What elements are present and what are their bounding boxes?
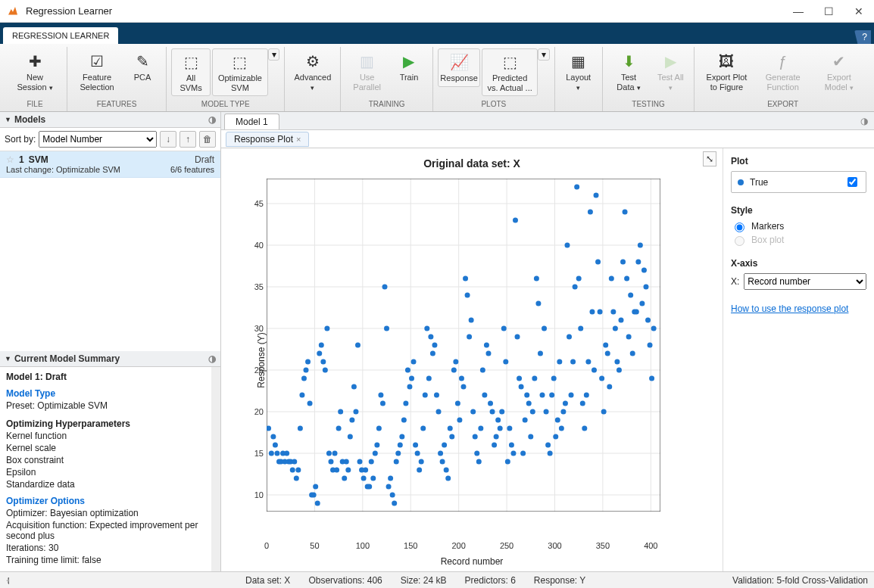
svg-point-178 bbox=[574, 185, 579, 190]
tab-gear-icon[interactable]: ◑ bbox=[860, 116, 868, 126]
svg-point-151 bbox=[523, 418, 528, 423]
svg-point-206 bbox=[628, 293, 633, 298]
layout-button[interactable]: ▦ Layout▾ bbox=[560, 48, 598, 95]
sort-select[interactable]: Model Number bbox=[39, 131, 157, 148]
download-icon: ⬇ bbox=[619, 51, 638, 71]
svg-point-163 bbox=[545, 443, 551, 448]
group-label bbox=[312, 98, 314, 111]
advanced-button[interactable]: ⚙ Advanced▾ bbox=[289, 48, 336, 95]
test-data-button[interactable]: ⬇ Test Data ▾ bbox=[607, 48, 651, 95]
panel-gear-icon[interactable]: ◑ bbox=[208, 353, 216, 364]
y-tick: 20 bbox=[254, 407, 264, 416]
svg-point-19 bbox=[269, 451, 274, 456]
svg-point-83 bbox=[392, 501, 397, 506]
model-number: 1 bbox=[19, 154, 24, 165]
layout-icon: ▦ bbox=[569, 51, 588, 71]
group-label: EXPORT bbox=[767, 98, 798, 111]
svg-point-60 bbox=[348, 434, 353, 440]
param-line: Box constraint bbox=[6, 455, 205, 465]
star-icon[interactable]: ☆ bbox=[6, 154, 14, 165]
x-label: X: bbox=[731, 276, 739, 287]
svg-point-133 bbox=[488, 401, 493, 406]
all-svms-button[interactable]: ⬚ All SVMs bbox=[171, 48, 211, 96]
svg-point-100 bbox=[424, 326, 429, 331]
close-button[interactable]: ✕ bbox=[844, 0, 874, 23]
svg-point-189 bbox=[595, 260, 601, 265]
svg-point-45 bbox=[319, 343, 324, 348]
status-dataset: Data set: X bbox=[245, 575, 290, 586]
svg-point-55 bbox=[338, 409, 343, 415]
tab-regression-learner[interactable]: REGRESSION LEARNER bbox=[3, 27, 118, 44]
svg-point-186 bbox=[589, 310, 595, 315]
model-type-dropdown[interactable]: ▾ bbox=[268, 48, 280, 61]
svg-point-144 bbox=[509, 443, 514, 448]
function-icon: ƒ bbox=[773, 51, 793, 71]
svg-point-42 bbox=[313, 484, 318, 490]
plots-dropdown[interactable]: ▾ bbox=[538, 48, 550, 61]
maximize-button[interactable]: ☐ bbox=[813, 0, 844, 23]
optimize-icon: ⬚ bbox=[230, 52, 250, 72]
style-heading: Style bbox=[731, 205, 866, 216]
optimizable-svm-button[interactable]: ⬚ Optimizable SVM bbox=[212, 48, 268, 96]
svg-point-67 bbox=[361, 476, 367, 481]
svg-point-209 bbox=[634, 310, 639, 315]
delete-button[interactable]: 🗑 bbox=[199, 131, 216, 148]
svg-rect-17 bbox=[267, 179, 660, 512]
tab-model-1[interactable]: Model 1 bbox=[224, 114, 279, 129]
models-panel-head[interactable]: ▼ Models ◑ bbox=[0, 112, 220, 128]
help-icon[interactable]: ? bbox=[854, 30, 871, 44]
export-plot-button[interactable]: 🖼 Export Plot to Figure bbox=[699, 48, 754, 95]
svg-point-44 bbox=[317, 351, 322, 356]
svg-point-80 bbox=[386, 484, 392, 490]
scrollbar[interactable] bbox=[211, 367, 220, 571]
predicted-vs-actual-button[interactable]: ⬚ Predicted vs. Actual ... bbox=[482, 48, 538, 96]
svg-point-43 bbox=[315, 501, 320, 506]
param-line: Kernel scale bbox=[6, 443, 205, 453]
svg-point-130 bbox=[482, 393, 487, 398]
svg-point-21 bbox=[273, 443, 278, 448]
svg-point-87 bbox=[399, 434, 404, 440]
collapse-icon: ▼ bbox=[5, 116, 11, 123]
model-list-item[interactable]: ☆ 1 SVM Draft Last change: Optimizable S… bbox=[0, 151, 220, 178]
sort-bar: Sort by: Model Number ↓ ↑ 🗑 bbox=[0, 128, 220, 151]
panel-gear-icon[interactable]: ◑ bbox=[208, 114, 216, 125]
group-layout: ▦ Layout▾ bbox=[555, 47, 603, 111]
pca-button[interactable]: ✎ PCA bbox=[123, 48, 161, 86]
svg-point-105 bbox=[434, 393, 439, 398]
legend-true-checkbox[interactable] bbox=[847, 177, 857, 187]
close-icon[interactable]: × bbox=[296, 135, 301, 144]
svg-point-122 bbox=[467, 334, 472, 340]
help-link[interactable]: How to use the response plot bbox=[731, 303, 848, 314]
svg-point-212 bbox=[639, 301, 645, 306]
svg-point-182 bbox=[582, 426, 587, 431]
svg-point-210 bbox=[635, 260, 641, 265]
svg-point-160 bbox=[540, 393, 545, 398]
group-training: ▥ Use Parallel ▶ Train TRAINING bbox=[341, 47, 433, 111]
figure-icon: 🖼 bbox=[716, 51, 736, 71]
x-tick: 0 bbox=[264, 541, 269, 550]
feature-selection-button[interactable]: ☑ Feature Selection bbox=[72, 48, 122, 95]
scroll-left-icon[interactable]: ⦉ bbox=[6, 575, 227, 586]
subtab-response-plot[interactable]: Response Plot× bbox=[226, 132, 309, 147]
sort-desc-button[interactable]: ↑ bbox=[179, 131, 196, 148]
svg-point-79 bbox=[384, 326, 389, 331]
ribbon-tab-row: REGRESSION LEARNER ? bbox=[0, 23, 874, 44]
svg-point-195 bbox=[607, 384, 612, 390]
train-button[interactable]: ▶ Train bbox=[390, 48, 428, 86]
svg-point-126 bbox=[474, 451, 479, 456]
center-column: Model 1 ◑ Response Plot× ⤡ Original data… bbox=[221, 112, 874, 571]
svg-point-64 bbox=[355, 343, 361, 348]
scatter-chart bbox=[267, 179, 660, 512]
style-markers-radio[interactable]: Markers bbox=[731, 220, 866, 232]
response-plot-button[interactable]: 📈 Response bbox=[438, 48, 480, 87]
minimize-button[interactable]: — bbox=[783, 0, 813, 23]
svg-point-85 bbox=[395, 451, 401, 456]
summary-panel-head[interactable]: ▼ Current Model Summary ◑ bbox=[0, 351, 220, 367]
svg-point-218 bbox=[651, 326, 657, 331]
svg-point-194 bbox=[605, 351, 610, 356]
group-label: TRAINING bbox=[369, 98, 405, 111]
svg-point-39 bbox=[307, 401, 313, 406]
xaxis-select[interactable]: Record number bbox=[744, 273, 866, 290]
sort-asc-button[interactable]: ↓ bbox=[160, 131, 176, 148]
new-session-button[interactable]: ✚ New Session ▾ bbox=[8, 48, 62, 95]
